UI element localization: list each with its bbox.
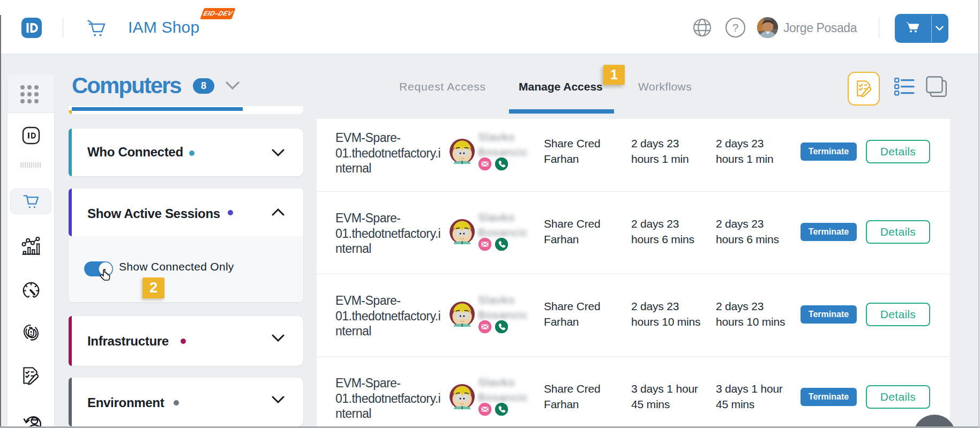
- svg-text:?: ?: [732, 21, 739, 34]
